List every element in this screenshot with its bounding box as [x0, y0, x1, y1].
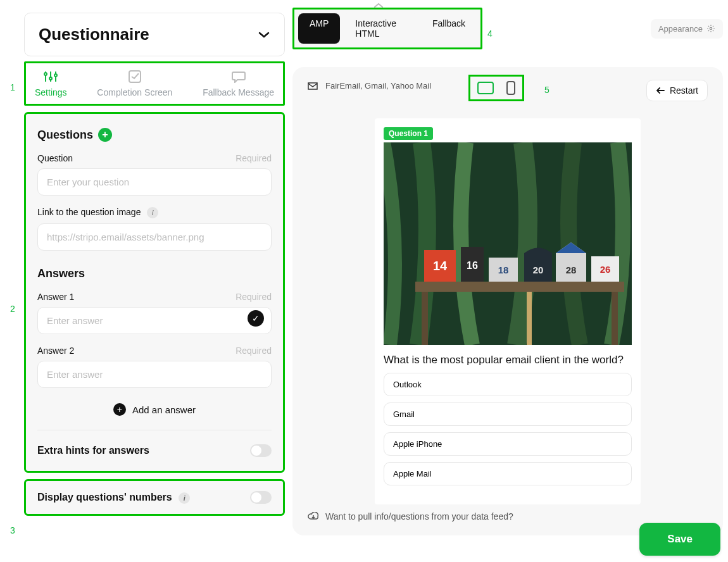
questions-heading: Questions [37, 128, 93, 142]
extra-hints-label: Extra hints for answers [37, 445, 149, 456]
svg-text:14: 14 [433, 259, 448, 273]
email-clients-label: FairEmail, Gmail, Yahoo Mail [325, 81, 431, 91]
view-mode-tabs: AMP Interactive HTML Fallback [292, 8, 482, 49]
plus-icon: + [113, 403, 126, 416]
answer1-label-row: Answer 1 Required [37, 292, 272, 302]
questions-panel: Questions + Question Required Link to th… [24, 112, 285, 473]
add-answer-button[interactable]: + Add an answer [37, 403, 272, 416]
desktop-view-button[interactable] [477, 81, 494, 95]
info-icon[interactable]: i [147, 207, 158, 218]
svg-text:28: 28 [566, 265, 577, 275]
info-icon[interactable]: i [179, 492, 190, 504]
restart-button[interactable]: Restart [646, 80, 708, 101]
extra-hints-toggle[interactable] [250, 444, 272, 457]
preview-answer-2[interactable]: Apple iPhone [384, 432, 632, 456]
svg-rect-8 [308, 83, 317, 89]
svg-rect-12 [415, 282, 624, 292]
image-label-row: Link to the question image i [37, 207, 272, 218]
preview-answer-3[interactable]: Apple Mail [384, 462, 632, 485]
tab-settings-label: Settings [35, 87, 67, 97]
image-url-input[interactable] [37, 223, 272, 251]
view-tab-amp[interactable]: AMP [298, 13, 340, 44]
title-card[interactable]: Questionnaire [24, 13, 285, 56]
annotation-4: 4 [487, 28, 493, 39]
tab-fallback[interactable]: Fallback Message [203, 70, 274, 97]
sliders-icon [43, 70, 58, 84]
question-badge: Question 1 [384, 127, 433, 140]
answers-heading: Answers [37, 267, 272, 280]
appearance-button[interactable]: Appearance [651, 19, 723, 39]
preview-answer-1[interactable]: Gmail [384, 403, 632, 426]
annotation-1: 1 [10, 82, 15, 92]
question-input[interactable] [37, 168, 272, 196]
tab-completion-label: Completion Screen [97, 87, 172, 97]
svg-text:26: 26 [600, 264, 611, 275]
preview-question-text: What is the most popular email client in… [384, 354, 632, 366]
view-tab-interactive[interactable]: Interactive HTML [344, 13, 417, 44]
svg-rect-14 [612, 292, 618, 345]
answer1-label: Answer 1 [37, 292, 74, 302]
page-title: Questionnaire [39, 25, 149, 44]
answer1-required: Required [235, 292, 272, 302]
divider [37, 430, 272, 430]
answer2-input[interactable] [37, 361, 272, 388]
svg-rect-15 [527, 292, 532, 345]
annotation-5: 5 [544, 85, 549, 95]
question-required: Required [235, 153, 272, 163]
view-tab-fallback[interactable]: Fallback [421, 13, 477, 44]
display-numbers-toggle[interactable] [250, 491, 272, 504]
svg-point-5 [54, 74, 57, 77]
device-toggle [468, 75, 524, 101]
svg-rect-9 [478, 82, 493, 94]
email-preview: Question 1 14 16 [375, 118, 641, 504]
chevron-down-icon [258, 31, 270, 39]
chat-icon [231, 70, 246, 84]
gear-icon [706, 24, 715, 33]
tab-fallback-label: Fallback Message [203, 87, 274, 97]
svg-text:18: 18 [498, 265, 509, 275]
add-question-button[interactable]: + [98, 128, 112, 142]
correct-answer-toggle[interactable]: ✓ [248, 310, 264, 327]
svg-rect-6 [129, 71, 141, 82]
tab-completion[interactable]: Completion Screen [97, 70, 172, 97]
svg-text:20: 20 [533, 265, 544, 275]
answer2-label: Answer 2 [37, 346, 74, 356]
checkbox-icon [127, 70, 142, 84]
questions-heading-row: Questions + [37, 128, 272, 142]
preview-answer-0[interactable]: Outlook [384, 373, 632, 396]
mobile-view-button[interactable] [506, 80, 516, 96]
save-button[interactable]: Save [639, 523, 720, 556]
answer2-required: Required [235, 346, 272, 356]
tab-settings[interactable]: Settings [35, 70, 67, 97]
answer1-input[interactable] [37, 307, 272, 334]
answer2-label-row: Answer 2 Required [37, 346, 272, 356]
svg-point-4 [49, 77, 52, 80]
data-feed-prompt[interactable]: Want to pull info/questions from your da… [308, 511, 513, 521]
add-answer-label: Add an answer [132, 404, 196, 415]
preview-card: FairEmail, Gmail, Yahoo Mail 5 Restart Q… [292, 67, 723, 535]
image-label: Link to the question image [37, 207, 141, 217]
question-image: 14 16 18 20 28 26 [384, 142, 632, 345]
mail-icon [308, 82, 318, 90]
data-feed-label: Want to pull info/questions from your da… [325, 511, 513, 521]
builder-tabs: Settings Completion Screen Fallback Mess… [24, 61, 285, 106]
annotation-2: 2 [10, 304, 15, 314]
svg-rect-10 [507, 82, 515, 94]
restart-label: Restart [670, 85, 698, 96]
svg-rect-13 [422, 292, 428, 345]
cloud-icon [308, 512, 319, 521]
restart-arrow-icon [656, 87, 665, 94]
svg-point-3 [44, 73, 47, 75]
annotation-3: 3 [10, 525, 15, 535]
question-label: Question [37, 153, 73, 163]
appearance-label: Appearance [658, 24, 703, 34]
question-label-row: Question Required [37, 153, 272, 163]
svg-text:16: 16 [467, 260, 478, 271]
display-numbers-label: Display questions' numbers [37, 492, 172, 503]
svg-point-7 [710, 27, 712, 30]
display-numbers-panel: Display questions' numbers i [24, 479, 285, 516]
